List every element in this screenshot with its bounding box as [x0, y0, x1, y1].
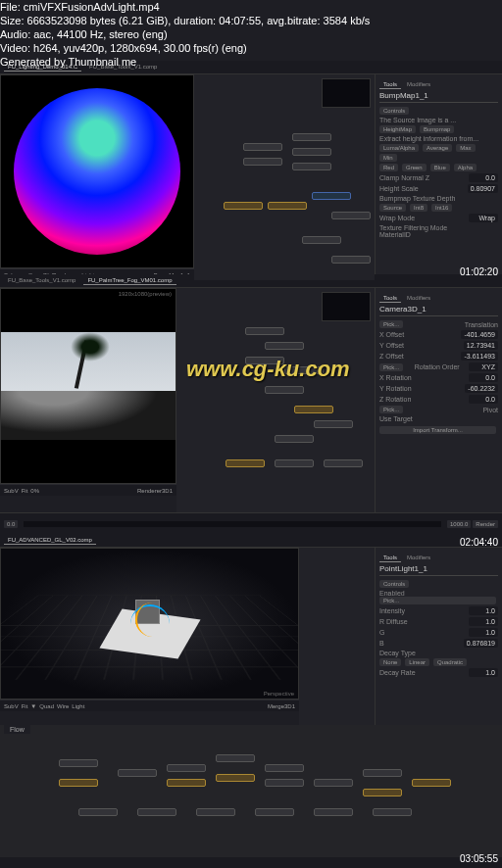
btn[interactable]: Source [379, 204, 406, 212]
intensity-val[interactable]: 1.0 [469, 606, 498, 615]
navigator-mini-2[interactable] [322, 292, 371, 321]
import-transform-button[interactable]: Import Transform... [379, 426, 496, 434]
btn[interactable]: Red [379, 164, 398, 171]
node[interactable] [294, 406, 333, 413]
clamp-val[interactable]: 0.0 [469, 173, 498, 182]
node[interactable] [268, 202, 307, 210]
tab[interactable]: FU_ADVANCED_GL_V02.comp [4, 536, 96, 545]
node[interactable] [216, 754, 255, 762]
g-val[interactable]: 1.0 [469, 628, 498, 637]
btn[interactable]: Min [379, 154, 397, 162]
node[interactable] [265, 779, 304, 787]
node[interactable] [373, 808, 412, 816]
x-offset[interactable]: -401.4659 [461, 330, 498, 339]
btn-bumpmap[interactable]: Bumpmap [420, 125, 454, 133]
node[interactable] [363, 789, 402, 796]
btn[interactable]: Alpha [454, 164, 477, 171]
btn[interactable]: Max [456, 144, 475, 152]
node[interactable] [243, 143, 282, 151]
node[interactable] [245, 327, 284, 335]
node[interactable] [78, 808, 118, 816]
pick-button[interactable]: Pick... [379, 363, 403, 371]
tab-controls[interactable]: Controls [379, 580, 409, 588]
node[interactable] [363, 769, 402, 777]
viewport-palm[interactable]: 1920x1080(preview) [0, 288, 176, 484]
tab[interactable]: FU_Base_Tools_V1.comp [4, 276, 79, 285]
node[interactable] [265, 764, 304, 772]
node[interactable] [314, 779, 353, 787]
node[interactable] [243, 158, 282, 166]
node[interactable] [302, 236, 341, 244]
navigator-mini-1[interactable] [322, 78, 371, 108]
tab[interactable]: Tools [379, 554, 401, 562]
node[interactable] [59, 759, 98, 767]
node[interactable] [167, 779, 206, 787]
pick-button[interactable]: Pick... [379, 320, 403, 328]
btn[interactable]: Green [402, 164, 427, 171]
z-rot[interactable]: 0.0 [469, 395, 498, 404]
node[interactable] [412, 779, 451, 787]
node[interactable] [196, 808, 235, 816]
node[interactable] [216, 774, 255, 782]
node[interactable] [292, 133, 331, 141]
node[interactable] [275, 459, 314, 467]
btn[interactable]: Linear [405, 658, 429, 666]
node[interactable] [226, 459, 265, 467]
node[interactable] [265, 386, 304, 394]
use-target-checkbox[interactable]: Use Target [379, 415, 498, 422]
node[interactable] [324, 459, 363, 467]
node[interactable] [331, 212, 371, 219]
node-graph-3[interactable] [299, 548, 375, 725]
tl-track[interactable] [24, 521, 441, 527]
node[interactable] [59, 779, 98, 787]
node-graph-2[interactable]: www.cg-ku.com [176, 288, 375, 512]
tab[interactable]: Modifiers [403, 554, 434, 562]
height-val[interactable]: 0.80907 [468, 184, 498, 193]
btn-heightmap[interactable]: HeightMap [379, 125, 416, 133]
tl-start[interactable]: 0.0 [4, 520, 18, 528]
y-rot[interactable]: -60.2232 [465, 384, 498, 393]
timeline-2[interactable]: 0.0 1000.0 Render [0, 512, 502, 534]
node[interactable] [275, 435, 314, 443]
r-val[interactable]: 1.0 [469, 617, 498, 626]
tab-tools[interactable]: Tools [379, 80, 401, 89]
node[interactable] [331, 256, 371, 264]
pick-button[interactable]: Pick... [379, 406, 403, 413]
tab-modifiers[interactable]: Modifiers [403, 80, 434, 89]
btn[interactable]: Int8 [410, 204, 427, 212]
viewport-sphere[interactable] [0, 74, 194, 268]
btn[interactable]: Average [423, 144, 452, 152]
x-rot[interactable]: 0.0 [469, 373, 498, 382]
pick-button[interactable]: Pick... [379, 597, 496, 604]
node[interactable] [255, 808, 294, 816]
tab[interactable]: Modifiers [403, 294, 434, 303]
node[interactable] [312, 192, 351, 200]
decay-val[interactable]: 1.0 [469, 668, 498, 677]
render-button[interactable]: Render [473, 520, 498, 528]
flow-tab[interactable]: Flow [4, 725, 30, 734]
btn[interactable]: Int16 [431, 204, 452, 212]
tab[interactable]: Tools [379, 294, 401, 303]
tab[interactable]: FU_PalmTree_Fog_VM01.comp [83, 276, 176, 285]
viewport-cube[interactable]: Perspective [0, 548, 299, 699]
z-offset[interactable]: -3.611493 [461, 352, 498, 361]
node-graph-1[interactable] [194, 74, 375, 280]
node[interactable] [292, 148, 331, 156]
tl-end[interactable]: 1000.0 [447, 520, 471, 528]
btn[interactable]: Luma/Alpha [379, 144, 419, 152]
node[interactable] [314, 420, 353, 428]
node[interactable] [137, 808, 176, 816]
node[interactable] [224, 202, 263, 210]
node[interactable] [265, 342, 304, 350]
btn[interactable]: Blue [430, 164, 450, 171]
node[interactable] [118, 769, 157, 777]
enabled-checkbox[interactable]: Enabled [379, 590, 498, 597]
tab-controls[interactable]: Controls [379, 107, 409, 115]
b-val[interactable]: 0.876819 [464, 639, 498, 648]
btn[interactable]: Quadratic [433, 658, 467, 666]
y-offset[interactable]: 12.73941 [464, 341, 498, 350]
node[interactable] [292, 163, 331, 170]
flow-graph[interactable]: Flow [0, 725, 502, 857]
node[interactable] [167, 764, 206, 772]
btn[interactable]: None [379, 658, 401, 666]
